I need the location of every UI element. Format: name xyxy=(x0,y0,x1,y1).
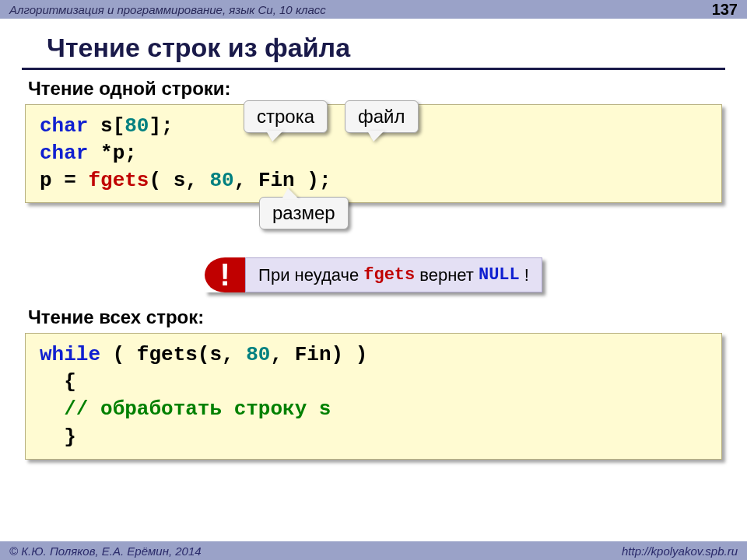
code-text: ( s, xyxy=(149,169,209,192)
section2-label: Чтение всех строк: xyxy=(28,306,722,328)
code-block-2: while ( fgets(s, 80, Fin) ) { // обработ… xyxy=(25,333,722,459)
note-text: вернет xyxy=(419,265,474,285)
kw-char: char xyxy=(40,114,88,138)
code-text: , Fin) ) xyxy=(270,343,367,366)
num-80: 80 xyxy=(246,343,270,366)
code-text: } xyxy=(40,424,707,451)
footer-bar: © К.Ю. Поляков, Е.А. Ерёмин, 2014 http:/… xyxy=(0,541,747,560)
footer-url: http://kpolyakov.spb.ru xyxy=(622,544,738,558)
kw-char: char xyxy=(40,142,88,165)
callout-size: размер xyxy=(259,197,349,229)
footer-copyright: © К.Ю. Поляков, Е.А. Ерёмин, 2014 xyxy=(9,544,202,558)
code-text: *p; xyxy=(88,142,136,165)
header-bar: Алгоритмизация и программирование, язык … xyxy=(0,0,747,19)
kw-while: while xyxy=(40,343,100,366)
section1-label: Чтение одной строки: xyxy=(28,78,722,100)
warning-icon: ! xyxy=(205,257,245,292)
code-block-1: char s[80]; char *p; p = fgets( s, 80, F… xyxy=(25,104,722,203)
code-text: ]; xyxy=(149,114,173,138)
note-body: При неудаче fgets вернет NULL ! xyxy=(245,257,542,292)
num-80: 80 xyxy=(124,114,149,138)
code-text: ( fgets(s, xyxy=(100,343,246,366)
callout-stroka: строка xyxy=(244,100,328,133)
code-text: p = xyxy=(40,169,88,192)
note-text: При неудаче xyxy=(258,265,359,285)
note-row: ! При неудаче fgets вернет NULL ! xyxy=(25,257,722,292)
callout-label: строка xyxy=(257,106,314,127)
code-indent xyxy=(40,397,64,421)
note-box: ! При неудаче fgets вернет NULL ! xyxy=(205,257,542,292)
fn-fgets: fgets xyxy=(88,169,149,192)
page-title: Чтение строк из файла xyxy=(22,19,725,70)
code-comment: // обработать строку s xyxy=(64,397,331,421)
content-area: Чтение одной строки: char s[80]; char *p… xyxy=(0,78,747,460)
note-fgets: fgets xyxy=(363,265,415,285)
callout-label: размер xyxy=(272,202,335,223)
note-text: ! xyxy=(524,265,529,285)
callout-file: файл xyxy=(345,100,419,133)
callout-label: файл xyxy=(358,106,405,127)
note-null: NULL xyxy=(479,265,520,285)
course-label: Алгоритмизация и программирование, язык … xyxy=(9,3,326,16)
num-80: 80 xyxy=(209,169,233,192)
page-number: 137 xyxy=(712,1,738,19)
code-text: s[ xyxy=(88,114,124,138)
code-text: { xyxy=(40,369,707,396)
